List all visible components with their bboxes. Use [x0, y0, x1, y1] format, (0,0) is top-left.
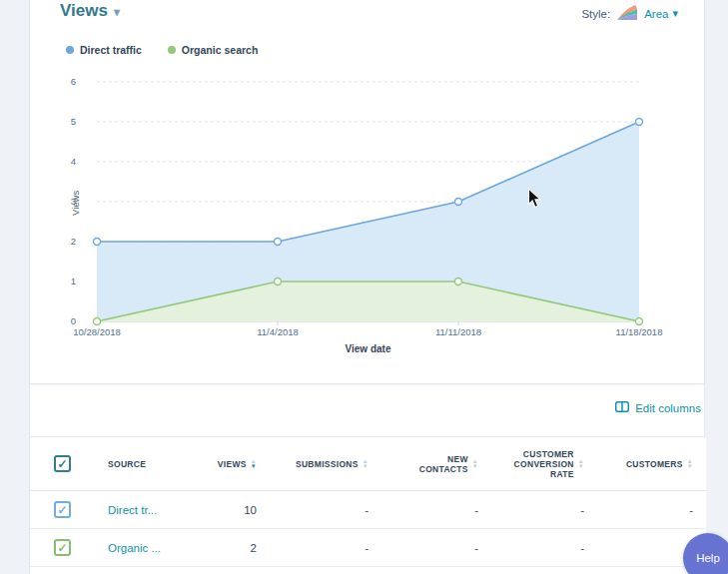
customers-value: - [597, 504, 706, 516]
data-point [275, 239, 282, 246]
data-point [455, 199, 462, 206]
check-icon: ✓ [57, 503, 67, 517]
table-row-direct-traffic: ✓ Direct tr... 10 - - - - [30, 491, 706, 529]
edit-columns-link[interactable]: Edit columns [615, 401, 701, 414]
submissions-value: - [270, 542, 381, 554]
x-tick-label: 10/28/2018 [57, 326, 137, 337]
y-axis-title: Views [70, 191, 81, 216]
new-contacts-value: - [381, 504, 491, 516]
style-label: Style: [581, 8, 610, 20]
y-tick-label: 2 [71, 236, 76, 247]
area-chart-plot [97, 82, 639, 321]
chevron-down-icon: ▾ [672, 7, 678, 20]
views-dropdown[interactable]: Views ▾ [60, 1, 120, 21]
row-checkbox[interactable]: ✓ [54, 501, 71, 518]
views-value: 10 [200, 504, 270, 516]
sources-table: ✓ SOURCE VIEWS ▲▼ SUBMISSIONS ▲▼ NEW CON… [30, 436, 706, 567]
column-header-submissions[interactable]: SUBMISSIONS ▲▼ [270, 459, 381, 469]
y-tick-label: 5 [71, 116, 76, 127]
y-tick-label: 4 [71, 156, 76, 167]
column-header-views[interactable]: VIEWS ▲▼ [200, 459, 270, 469]
screen: Views ▾ Style: Area ▾ [0, 0, 728, 574]
x-tick-label: 11/11/2018 [418, 326, 498, 337]
style-area-dropdown[interactable]: Area ▾ [644, 7, 678, 20]
legend-dot-green [168, 46, 176, 54]
chart-section: Views ▾ Style: Area ▾ [30, 0, 704, 384]
select-all-checkbox[interactable]: ✓ [54, 455, 71, 472]
legend-item-organic-search[interactable]: Organic search [168, 44, 258, 56]
area-chart-svg [97, 82, 639, 321]
style-control: Style: Area ▾ [581, 4, 678, 23]
header-checkbox-cell: ✓ [30, 455, 90, 472]
table-header-row: ✓ SOURCE VIEWS ▲▼ SUBMISSIONS ▲▼ NEW CON… [30, 436, 706, 491]
help-button-label: Help [696, 552, 720, 564]
row-checkbox[interactable]: ✓ [54, 539, 71, 556]
row-checkbox-cell: ✓ [30, 501, 90, 518]
column-header-customers[interactable]: CUSTOMERS ▲▼ [597, 459, 706, 469]
data-point [636, 318, 643, 325]
conversion-rate-value: - [491, 504, 597, 516]
y-tick-label: 0 [71, 315, 76, 326]
sort-icon: ▲▼ [363, 459, 368, 469]
source-link[interactable]: Direct tr... [108, 504, 157, 516]
data-point [275, 279, 282, 286]
data-point [636, 119, 643, 126]
x-axis-title: View date [97, 343, 639, 354]
legend-dot-blue [66, 46, 74, 54]
help-button[interactable]: Help [683, 533, 728, 574]
source-link[interactable]: Organic ... [108, 542, 161, 554]
views-value: 2 [200, 542, 270, 554]
edit-columns-label: Edit columns [635, 402, 701, 414]
legend-item-direct-traffic[interactable]: Direct traffic [66, 44, 142, 56]
y-tick-label: 6 [71, 76, 76, 87]
report-card: Views ▾ Style: Area ▾ [29, 0, 705, 574]
sort-icon: ▲▼ [578, 459, 584, 469]
chevron-down-icon: ▾ [114, 5, 120, 19]
sort-icon: ▲▼ [472, 459, 478, 469]
table-row-organic-search: ✓ Organic ... 2 - - - - [30, 529, 706, 567]
data-point [94, 318, 101, 325]
page-title-label: Views [60, 1, 108, 21]
y-tick-label: 1 [71, 276, 76, 287]
x-tick-label: 11/18/2018 [599, 326, 679, 337]
column-header-source[interactable]: SOURCE [90, 459, 200, 469]
new-contacts-value: - [381, 542, 491, 554]
check-icon: ✓ [57, 457, 67, 471]
legend-label: Organic search [182, 44, 258, 56]
x-tick-label: 11/4/2018 [238, 326, 318, 337]
conversion-rate-value: - [491, 542, 597, 554]
legend-label: Direct traffic [80, 44, 142, 56]
area-style-icon [616, 4, 638, 23]
x-axis-ticks: 10/28/201811/4/201811/11/201811/18/2018 [97, 326, 639, 340]
data-point [455, 279, 462, 286]
style-value-label: Area [644, 8, 668, 20]
check-icon: ✓ [57, 541, 67, 555]
row-checkbox-cell: ✓ [30, 539, 90, 556]
edit-columns-icon [615, 401, 629, 414]
chart-legend: Direct traffic Organic search [66, 44, 258, 56]
column-header-new-contacts[interactable]: NEW CONTACTS ▲▼ [381, 454, 491, 474]
column-header-customer-conversion-rate[interactable]: CUSTOMER CONVERSION RATE ▲▼ [491, 449, 597, 479]
data-point [94, 239, 101, 246]
sort-icon: ▲▼ [687, 459, 693, 469]
submissions-value: - [270, 504, 381, 516]
sort-icon: ▲▼ [251, 459, 257, 469]
